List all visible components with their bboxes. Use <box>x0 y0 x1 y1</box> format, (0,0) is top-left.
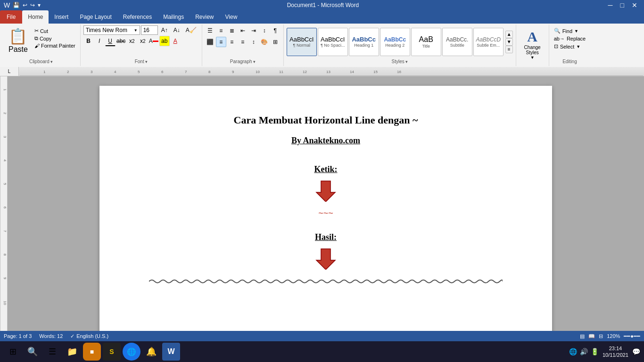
view-layout-icon[interactable]: ⊟ <box>599 333 603 339</box>
decrease-indent-button[interactable]: ⇤ <box>238 25 248 36</box>
styles-scroll-down[interactable]: ▼ <box>505 38 513 46</box>
italic-button[interactable]: I <box>94 36 105 46</box>
zoom-slider[interactable]: ━━●━━ <box>624 333 640 339</box>
ruler-corner: L <box>0 67 19 76</box>
tray-battery-icon[interactable]: 🔋 <box>591 348 599 355</box>
change-styles-dropdown-icon[interactable]: ▼ <box>530 55 535 60</box>
style-subtle-em[interactable]: AaBbCcD Subtle Em... <box>473 28 504 56</box>
style-subtitle[interactable]: AaBbCc. Subtitle <box>442 28 472 56</box>
tab-insert[interactable]: Insert <box>49 10 74 24</box>
superscript-button[interactable]: x2 <box>138 36 148 46</box>
word-taskbar-icon: W <box>167 347 174 356</box>
notification-center-icon[interactable]: 💬 <box>632 348 640 355</box>
task-view-icon: ☰ <box>49 346 56 357</box>
tab-page-layout[interactable]: Page Layout <box>74 10 117 24</box>
browser-button[interactable]: 🌐 <box>123 343 140 361</box>
font-family-selector[interactable]: Times New Rom ▼ <box>83 25 140 35</box>
sort-button[interactable]: ↕ <box>259 25 270 36</box>
copy-button[interactable]: ⧉ Copy <box>33 35 77 42</box>
shading-button[interactable]: 🎨 <box>259 37 270 47</box>
align-center-button[interactable]: ≡ <box>216 37 226 47</box>
change-styles-button[interactable]: A Change Styles ▼ <box>520 27 545 62</box>
minimize-button[interactable]: ─ <box>605 1 616 9</box>
select-dropdown-icon[interactable]: ▼ <box>576 44 580 49</box>
select-button[interactable]: ⊡ Select ▼ <box>552 43 583 50</box>
tab-references[interactable]: References <box>117 10 157 24</box>
language-indicator: ✓ English (U.S.) <box>70 333 108 339</box>
font-size-decrease-button[interactable]: A↓ <box>171 25 182 35</box>
style-heading1[interactable]: AaBbCc Heading 1 <box>349 28 379 56</box>
search-button[interactable]: 🔍 <box>24 343 41 361</box>
maximize-button[interactable]: □ <box>618 1 627 9</box>
bullets-button[interactable]: ☰ <box>205 25 215 36</box>
font-size-increase-button[interactable]: A↑ <box>159 25 170 35</box>
style-heading2[interactable]: AaBbCc Heading 2 <box>380 28 410 56</box>
svg-text:2: 2 <box>3 112 7 115</box>
svg-text:7: 7 <box>185 70 187 74</box>
multilevel-list-button[interactable]: ≣ <box>227 25 237 36</box>
clipboard-expand-icon[interactable]: ▾ <box>50 59 53 64</box>
cut-button[interactable]: ✂ Cut <box>33 27 77 34</box>
line-spacing-button[interactable]: ↕ <box>248 37 259 47</box>
tab-home[interactable]: Home <box>22 10 49 24</box>
style-no-spacing[interactable]: AaBbCcI ¶ No Spaci... <box>318 28 348 56</box>
numbering-button[interactable]: ≡ <box>216 25 226 36</box>
view-normal-icon[interactable]: ▤ <box>580 333 585 339</box>
subscript-button[interactable]: x2 <box>127 36 137 46</box>
styles-scroll-up[interactable]: ▲ <box>505 31 513 38</box>
tray-network-icon[interactable]: 🌐 <box>569 348 577 355</box>
paste-button[interactable]: 📋 Paste <box>5 25 32 56</box>
increase-indent-button[interactable]: ⇥ <box>248 25 259 36</box>
font-expand-icon[interactable]: ▾ <box>145 59 148 64</box>
close-button[interactable]: ✕ <box>629 1 640 9</box>
quick-undo[interactable]: ↩ <box>23 2 27 8</box>
underline-button[interactable]: U <box>105 36 116 46</box>
borders-button[interactable]: ⊞ <box>270 37 281 47</box>
tab-review[interactable]: Review <box>190 10 219 24</box>
styles-expand[interactable]: ≡ <box>505 46 513 53</box>
quick-save[interactable]: 💾 <box>13 2 20 8</box>
text-color-button[interactable]: A <box>149 36 159 46</box>
ms-store-button[interactable]: ■ <box>83 343 101 361</box>
tray-volume-icon[interactable]: 🔊 <box>580 348 588 355</box>
paste-label: Paste <box>8 45 28 54</box>
font-color-button[interactable]: A <box>170 36 181 46</box>
wavy-line-svg <box>149 278 503 285</box>
find-icon: 🔍 <box>554 28 561 34</box>
ketik-arrow <box>147 179 505 206</box>
styles-expand-icon[interactable]: ▾ <box>405 59 408 64</box>
replace-button[interactable]: ab→ Replace <box>552 35 588 42</box>
status-left: Page: 1 of 3 Words: 12 ✓ English (U.S.) <box>4 333 108 339</box>
justify-button[interactable]: ≡ <box>238 37 248 47</box>
word-button[interactable]: W <box>162 343 180 361</box>
sublime-button[interactable]: S <box>103 343 121 361</box>
ruler-marks: 1 2 3 4 5 6 7 8 9 10 11 12 13 14 15 16 <box>19 67 644 76</box>
strikethrough-button[interactable]: abc <box>116 36 126 46</box>
style-subtle-em-preview: AaBbCcD <box>476 36 501 43</box>
font-family-dropdown-icon[interactable]: ▼ <box>134 28 138 33</box>
format-painter-button[interactable]: 🖌 Format Painter <box>33 42 77 49</box>
taskbar-date-display: 10/11/2021 <box>603 352 628 358</box>
highlight-button[interactable]: ab <box>159 36 170 46</box>
find-button[interactable]: 🔍 Find ▼ <box>552 27 580 34</box>
task-view-button[interactable]: ☰ <box>43 343 61 361</box>
file-explorer-button[interactable]: 📁 <box>63 343 81 361</box>
quick-redo[interactable]: ↪ <box>30 2 35 8</box>
show-formatting-button[interactable]: ¶ <box>270 25 281 36</box>
view-reading-icon[interactable]: 📖 <box>588 333 595 339</box>
find-dropdown-icon[interactable]: ▼ <box>574 29 578 33</box>
clear-formatting-button[interactable]: A🧹 <box>183 25 199 35</box>
paragraph-expand-icon[interactable]: ▾ <box>253 59 256 64</box>
tab-mailings[interactable]: Mailings <box>157 10 190 24</box>
style-title[interactable]: AaB Title <box>411 28 441 56</box>
taskbar-datetime[interactable]: 23:14 10/11/2021 <box>603 345 628 359</box>
notification-button[interactable]: 🔔 <box>142 343 160 361</box>
bold-button[interactable]: B <box>83 36 94 46</box>
style-normal[interactable]: AaBbCcI ¶ Normal <box>287 28 317 56</box>
font-size-selector[interactable]: 16 <box>141 25 158 35</box>
start-button[interactable]: ⊞ <box>4 343 22 361</box>
align-right-button[interactable]: ≡ <box>227 37 237 47</box>
tab-view[interactable]: View <box>220 10 243 24</box>
tab-file[interactable]: File <box>0 10 22 24</box>
align-left-button[interactable]: ⬛ <box>205 37 215 47</box>
